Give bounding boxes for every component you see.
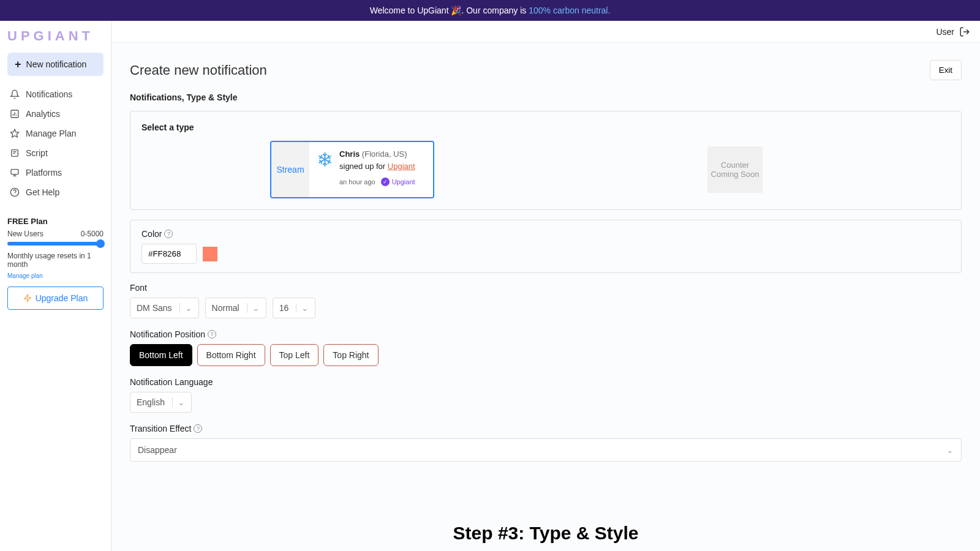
preview-name: Chris	[339, 149, 360, 159]
transition-select[interactable]: Disappear ⌄	[130, 438, 962, 462]
nav-label: Analytics	[26, 109, 60, 119]
position-label: Notification Position	[130, 329, 205, 339]
chevron-down-icon: ⌄	[172, 397, 185, 407]
language-select[interactable]: English⌄	[130, 392, 192, 413]
plan-metric-label: New Users	[7, 230, 43, 238]
chevron-down-icon: ⌄	[946, 445, 954, 455]
verify-brand: Upgiant	[392, 177, 415, 187]
preview-action: signed up for	[339, 162, 388, 171]
position-top-right[interactable]: Top Right	[323, 344, 378, 366]
banner-link[interactable]: 100% carbon neutral.	[529, 6, 610, 15]
plus-icon: +	[15, 59, 21, 70]
promo-banner: Welcome to UpGiant 🎉. Our company is 100…	[0, 0, 980, 21]
script-icon	[10, 148, 20, 158]
sidebar-item-platforms[interactable]: Platforms	[7, 163, 104, 182]
preview-location: (Florida, US)	[362, 149, 407, 159]
font-weight-select[interactable]: Normal⌄	[205, 298, 266, 318]
position-top-left[interactable]: Top Left	[270, 344, 319, 366]
plan-block: FREE Plan New Users 0-5000 Monthly usage…	[7, 217, 104, 310]
check-icon: ✓	[381, 178, 390, 186]
platforms-icon	[10, 168, 20, 178]
chevron-down-icon: ⌄	[296, 303, 309, 313]
font-family-select[interactable]: DM Sans⌄	[130, 298, 199, 318]
nav-label: Platforms	[26, 168, 62, 178]
upgrade-plan-button[interactable]: Upgrade Plan	[7, 287, 104, 310]
notification-type-stream[interactable]: Stream ❄ Chris (Florida, US) signed up f…	[270, 141, 434, 198]
help-icon[interactable]: ?	[208, 330, 216, 339]
new-notification-label: New notification	[26, 59, 87, 69]
svg-rect-3	[11, 170, 18, 174]
sidebar: UPGIANT + New notification Notifications…	[0, 21, 111, 551]
sidebar-item-get-help[interactable]: Get Help	[7, 182, 104, 202]
snowflake-icon: ❄	[317, 148, 333, 191]
plan-title: FREE Plan	[7, 217, 104, 226]
color-input[interactable]	[141, 244, 197, 264]
verify-badge: ✓ Upgiant	[381, 177, 415, 187]
chevron-down-icon: ⌄	[247, 303, 260, 313]
select-type-label: Select a type	[141, 122, 950, 132]
usage-slider[interactable]	[7, 242, 104, 246]
help-icon[interactable]: ?	[194, 424, 202, 433]
nav-label: Manage Plan	[26, 129, 77, 138]
new-notification-button[interactable]: + New notification	[7, 53, 104, 76]
exit-button[interactable]: Exit	[930, 60, 962, 80]
step-overlay: Step #3: Type & Style	[453, 523, 639, 544]
position-bottom-right[interactable]: Bottom Right	[197, 344, 265, 366]
font-label: Font	[130, 283, 147, 293]
page-title: Create new notification	[130, 62, 267, 78]
position-options: Bottom Left Bottom Right Top Left Top Ri…	[130, 344, 962, 366]
topbar: User	[111, 21, 980, 43]
svg-marker-1	[10, 129, 18, 137]
plan-reset-text: Monthly usage resets in 1 month	[7, 252, 104, 269]
nav-label: Notifications	[26, 89, 72, 99]
nav-label: Script	[26, 148, 48, 158]
manage-plan-link[interactable]: Manage plan	[7, 272, 43, 279]
section-title: Notifications, Type & Style	[130, 92, 962, 102]
user-label: User	[936, 27, 954, 37]
banner-text: Welcome to UpGiant 🎉. Our company is	[370, 6, 527, 15]
preview-brand: Upgiant	[388, 162, 415, 171]
counter-sub: Coming Soon	[711, 170, 760, 179]
type-selection-box: Select a type Stream ❄ Chris (Florida, U…	[130, 111, 962, 210]
color-label: Color	[141, 229, 162, 239]
bolt-icon	[23, 294, 32, 302]
plan-metric-range: 0-5000	[81, 230, 104, 238]
font-size-select[interactable]: 16⌄	[273, 298, 316, 318]
chevron-down-icon: ⌄	[179, 303, 192, 313]
nav-label: Get Help	[26, 187, 59, 197]
svg-marker-5	[24, 294, 31, 302]
chart-icon	[10, 109, 20, 119]
position-bottom-left[interactable]: Bottom Left	[130, 344, 192, 366]
help-icon	[10, 187, 20, 197]
logout-icon[interactable]	[959, 26, 970, 37]
stream-tab-label: Stream	[271, 142, 309, 197]
sidebar-item-notifications[interactable]: Notifications	[7, 84, 104, 104]
counter-title: Counter	[721, 160, 749, 170]
help-icon[interactable]: ?	[164, 230, 173, 238]
sidebar-item-analytics[interactable]: Analytics	[7, 104, 104, 124]
sidebar-item-manage-plan[interactable]: Manage Plan	[7, 124, 104, 143]
logo: UPGIANT	[7, 28, 104, 44]
color-swatch[interactable]	[203, 247, 217, 261]
content: Create new notification Exit Notificatio…	[111, 43, 980, 551]
language-label: Notification Language	[130, 377, 213, 387]
main: User Create new notification Exit Notifi…	[111, 21, 980, 551]
color-box: Color ?	[130, 220, 962, 273]
star-icon	[10, 129, 20, 138]
notification-type-counter: Counter Coming Soon	[707, 146, 763, 193]
preview-time: an hour ago	[339, 177, 375, 187]
bell-icon	[10, 89, 20, 99]
transition-label: Transition Effect	[130, 424, 191, 433]
sidebar-item-script[interactable]: Script	[7, 143, 104, 163]
upgrade-label: Upgrade Plan	[36, 293, 88, 303]
